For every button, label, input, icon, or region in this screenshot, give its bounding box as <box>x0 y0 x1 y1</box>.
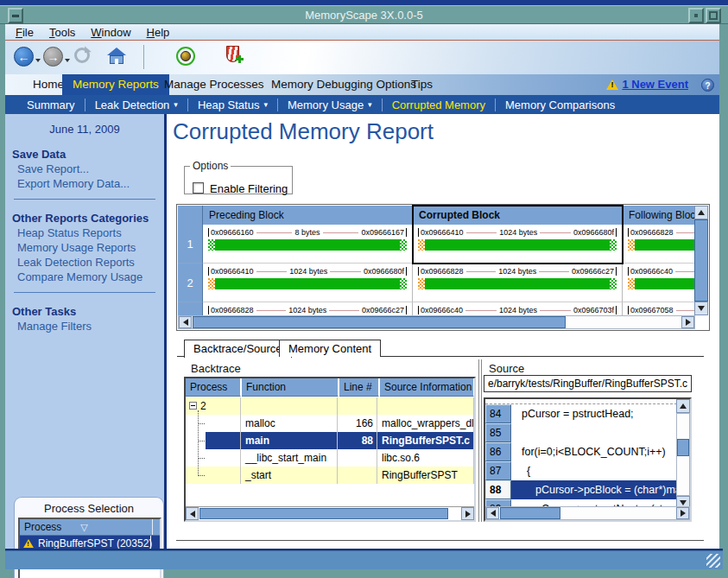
backtrace-row[interactable]: _start RingBufferSPST <box>186 467 474 484</box>
block-cell[interactable]: 0x096664101024 bytes0x0966680f <box>203 264 413 302</box>
refresh-icon[interactable] <box>74 48 90 63</box>
memory-debugging-icon[interactable] <box>226 46 239 62</box>
line-number[interactable]: 86 <box>485 442 511 461</box>
col-corrupted-block: Corrupted Block <box>413 206 623 225</box>
tree-line <box>198 423 205 424</box>
tree-line <box>198 441 205 441</box>
corrupted-blocks-table: Preceding Block Corrupted Block Followin… <box>176 204 710 331</box>
line-number[interactable]: 85 <box>485 423 511 442</box>
link-export-memory-data[interactable]: Export Memory Data... <box>17 177 164 190</box>
subnav-memory-comparisons[interactable]: Memory Comparisons <box>495 98 624 111</box>
source-hscrollbar[interactable] <box>485 506 690 520</box>
tree-collapse-icon[interactable] <box>189 402 197 410</box>
block-cell[interactable]: 0x09666c401024 bytes0x0966703f <box>413 302 623 316</box>
link-memory-usage-reports[interactable]: Memory Usage Reports <box>17 241 164 254</box>
memory-block-bar <box>628 278 695 289</box>
options-legend: Options <box>190 160 231 172</box>
scroll-right-button[interactable] <box>676 507 689 519</box>
maximize-button[interactable] <box>706 8 721 23</box>
report-subnav: Summary Leak Detection▾ Heap Status▾ Mem… <box>5 95 723 114</box>
block-cell[interactable]: 0x09666c40 <box>623 264 695 302</box>
scroll-thumb[interactable] <box>193 316 566 328</box>
scroll-thumb[interactable] <box>677 439 689 456</box>
scroll-left-button[interactable] <box>186 507 199 520</box>
col-preceding-block: Preceding Block <box>203 206 413 225</box>
link-leak-detection-reports[interactable]: Leak Detection Reports <box>17 256 164 269</box>
divider <box>14 199 155 200</box>
scroll-left-button[interactable] <box>486 507 499 519</box>
menubar: File Tools Window Help <box>5 24 723 41</box>
block-cell[interactable]: 0x09666828 <box>623 225 695 264</box>
scroll-down-button[interactable] <box>694 302 708 315</box>
link-save-report[interactable]: Save Report... <box>17 162 164 175</box>
scroll-up-button[interactable] <box>676 399 690 413</box>
back-button[interactable]: ← <box>14 47 34 67</box>
block-cell-selected[interactable]: 0x096664101024 bytes0x0966680f <box>413 225 623 264</box>
tab-manage-processes[interactable]: Manage Processes <box>154 74 275 95</box>
scroll-up-button[interactable] <box>694 206 708 219</box>
scroll-right-button[interactable] <box>461 507 474 520</box>
subnav-summary[interactable]: Summary <box>17 98 85 111</box>
scroll-right-button[interactable] <box>681 316 694 328</box>
backtrace-row[interactable]: __libc_start_main libc.so.6 <box>186 449 474 467</box>
forward-button[interactable]: → <box>43 47 63 67</box>
divider <box>14 292 155 293</box>
link-heap-status-reports[interactable]: Heap Status Reports <box>17 226 164 239</box>
memory-block-bar <box>418 278 617 289</box>
current-line-number[interactable]: 88 <box>485 480 511 499</box>
line-number[interactable]: 87 <box>485 461 511 480</box>
attach-debugger-icon[interactable] <box>176 47 195 66</box>
subnav-heap-status[interactable]: Heap Status▾ <box>187 98 277 111</box>
resize-grip[interactable] <box>706 554 720 568</box>
toolbar: ← → <box>5 41 723 74</box>
backtrace-row[interactable]: malloc 166 malloc_wrappers_dlop <box>186 415 474 432</box>
block-cell[interactable]: 0x09667058 <box>623 302 695 316</box>
forward-dropdown-icon[interactable] <box>65 59 70 62</box>
tab-backtrace-source[interactable]: Backtrace/Source <box>184 340 292 358</box>
backtrace-row-selected[interactable]: main 88 RingBufferSPST.c <box>186 432 474 449</box>
sidebar: June 11, 2009 Save Data Save Report... E… <box>5 114 164 550</box>
tab-tips[interactable]: Tips <box>401 74 443 95</box>
new-event-link[interactable]: ! 1 New Event <box>606 78 688 91</box>
backtrace-hscrollbar[interactable] <box>186 506 474 520</box>
link-compare-memory-usage[interactable]: Compare Memory Usage <box>17 270 164 283</box>
source-label: Source <box>489 362 524 375</box>
source-line-selected: 88 pCursor->pcBlock = (char*)ma <box>485 480 679 499</box>
shield-plus-icon <box>236 58 244 60</box>
minimize-button[interactable] <box>688 8 704 23</box>
subnav-memory-usage[interactable]: Memory Usage▾ <box>277 98 382 111</box>
block-cell[interactable]: 0x096668281024 bytes0x09666c27 <box>203 302 413 316</box>
backtrace-row[interactable]: 2 <box>186 397 474 415</box>
menu-tools[interactable]: Tools <box>49 26 75 39</box>
process-name: RingBufferSPST (20352) <box>38 537 152 549</box>
menu-window[interactable]: Window <box>91 26 130 39</box>
source-file-path[interactable]: e/barryk/tests/RingBuffer/RingBufferSPST… <box>484 375 692 392</box>
back-dropdown-icon[interactable] <box>35 59 41 62</box>
row-number: 2 <box>178 264 203 302</box>
bug-target-ring <box>176 47 195 66</box>
home-icon[interactable] <box>107 48 126 65</box>
tab-memory-content[interactable]: Memory Content <box>279 340 381 357</box>
section-save-data: Save Data <box>12 148 164 161</box>
menu-file[interactable]: File <box>16 26 34 39</box>
line-number[interactable]: 84 <box>485 404 511 423</box>
enable-filtering-label: Enable Filtering <box>210 182 288 195</box>
subnav-corrupted-memory[interactable]: Corrupted Memory <box>382 98 495 111</box>
help-icon[interactable]: ? <box>701 79 714 92</box>
enable-filtering-checkbox[interactable] <box>193 182 204 194</box>
blocks-hscrollbar[interactable] <box>178 315 695 329</box>
process-selection-title: Process Selection <box>15 502 163 515</box>
process-column-header[interactable]: Process ▽ <box>20 519 160 536</box>
scroll-thumb[interactable] <box>199 508 448 519</box>
menu-help[interactable]: Help <box>147 26 170 39</box>
titlebar[interactable]: MemoryScape 3X.0.0-5 <box>0 5 728 24</box>
block-cell[interactable]: 0x096661608 bytes0x09666167 <box>203 225 413 264</box>
source-vscrollbar[interactable] <box>676 413 690 496</box>
new-event-text[interactable]: 1 New Event <box>622 78 688 91</box>
scroll-thumb[interactable] <box>500 507 560 519</box>
scroll-thumb[interactable] <box>694 219 708 302</box>
link-manage-filters[interactable]: Manage Filters <box>17 320 164 333</box>
scroll-left-button[interactable] <box>179 316 192 328</box>
block-cell[interactable]: 0x096668281024 bytes0x09666c27 <box>413 264 623 302</box>
subnav-leak-detection[interactable]: Leak Detection▾ <box>85 98 187 111</box>
